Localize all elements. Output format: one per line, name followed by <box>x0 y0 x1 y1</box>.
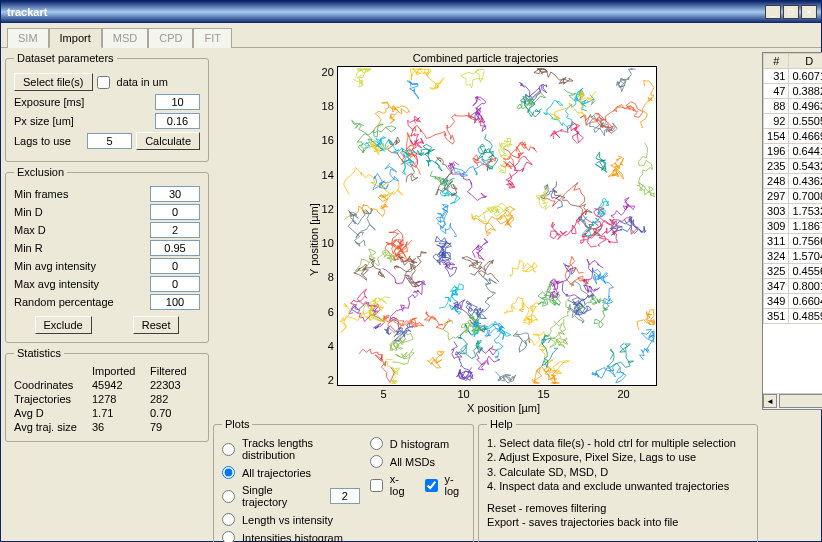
excl-input-1[interactable] <box>150 204 200 220</box>
help-line-5: Reset - removes filtering <box>487 501 749 515</box>
px-size-input[interactable] <box>155 113 200 129</box>
exclusion-legend: Exclusion <box>14 166 67 178</box>
radio-tracks[interactable] <box>222 443 235 456</box>
statistics: Statistics ImportedFilteredCoodrinates45… <box>5 347 209 442</box>
excl-input-5[interactable] <box>150 276 200 292</box>
excl-label-6: Random percentage <box>14 296 146 308</box>
table-row[interactable]: 3470.80010.988938 <box>764 279 822 294</box>
x-ticks: 5101520 <box>344 388 664 400</box>
statistics-legend: Statistics <box>14 347 64 359</box>
minimize-button[interactable]: _ <box>765 5 781 19</box>
plot-title: Combined particle trajectories <box>413 52 559 64</box>
ylog-checkbox[interactable] <box>425 479 438 492</box>
maximize-button[interactable]: □ <box>783 5 799 19</box>
radio-intens[interactable] <box>222 531 235 542</box>
label-ylog: y-log <box>445 473 466 497</box>
table-row[interactable]: 3110.75660.999940 <box>764 234 822 249</box>
trajectory-chart[interactable] <box>337 66 657 386</box>
help-legend: Help <box>487 418 516 430</box>
calculate-button[interactable]: Calculate <box>136 132 200 150</box>
titlebar: trackart _ □ × <box>1 1 821 23</box>
table-row[interactable]: 3510.48590.9981105 <box>764 309 822 324</box>
help-panel: Help 1. Select data file(s) - hold ctrl … <box>478 418 758 542</box>
scroll-left-icon[interactable]: ◄ <box>763 394 777 408</box>
x-axis-label: X position [µm] <box>344 402 664 414</box>
reset-button[interactable]: Reset <box>133 316 180 334</box>
radio-single[interactable] <box>222 490 235 503</box>
excl-input-6[interactable] <box>150 294 200 310</box>
data-in-um-checkbox[interactable] <box>97 76 110 89</box>
tab-sim[interactable]: SIM <box>7 28 49 48</box>
excl-label-4: Min avg intensity <box>14 260 146 272</box>
help-line-3: 3. Calculate SD, MSD, D <box>487 465 749 479</box>
excl-label-5: Max avg intensity <box>14 278 146 290</box>
lags-label: Lags to use <box>14 135 83 147</box>
table-row[interactable]: 310.60710.982841 <box>764 69 822 84</box>
horizontal-scrollbar[interactable]: ◄ ► <box>763 393 822 409</box>
help-line-4: 4. Inspect data and exclude unwanted tra… <box>487 479 749 493</box>
y-ticks: 2018161412108642 <box>322 66 337 386</box>
close-button[interactable]: × <box>801 5 817 19</box>
table-row[interactable]: 3250.45560.979990 <box>764 264 822 279</box>
table-row[interactable]: 2350.54320.999142 <box>764 159 822 174</box>
select-files-button[interactable]: Select file(s) <box>14 73 93 91</box>
excl-label-3: Min R <box>14 242 146 254</box>
excl-input-3[interactable] <box>150 240 200 256</box>
label-single: Single trajectory <box>242 484 319 508</box>
excl-input-0[interactable] <box>150 186 200 202</box>
radio-allmsd[interactable] <box>370 455 383 468</box>
label-xlog: x-log <box>390 473 411 497</box>
table-row[interactable]: 880.49630.997246 <box>764 99 822 114</box>
tab-fit[interactable]: FIT <box>193 28 232 48</box>
plots-legend: Plots <box>222 418 252 430</box>
label-intens: Intensities histogram <box>242 532 343 543</box>
plots-panel: Plots Tracks lengths distribution All tr… <box>213 418 474 542</box>
exclusion: Exclusion Min framesMin DMax DMin RMin a… <box>5 166 209 343</box>
scroll-thumb-h[interactable] <box>779 394 822 408</box>
exposure-label: Exposure [ms] <box>14 96 151 108</box>
data-table[interactable]: #DR^2Length 310.60710.982841470.38820.99… <box>763 53 822 324</box>
app-window: trackart _ □ × SIM Import MSD CPD FIT Da… <box>0 0 822 542</box>
single-traj-input[interactable] <box>330 488 360 504</box>
y-axis-label: Y position [µm] <box>308 66 320 414</box>
label-tracks: Tracks lengths distribution <box>242 437 360 461</box>
exposure-input[interactable] <box>155 94 200 110</box>
tab-cpd[interactable]: CPD <box>148 28 193 48</box>
label-all-traj: All trajectories <box>242 467 311 479</box>
table-row[interactable]: 470.38820.995789 <box>764 84 822 99</box>
xlog-checkbox[interactable] <box>370 479 383 492</box>
table-row[interactable]: 3490.66040.9985123 <box>764 294 822 309</box>
dataset-parameters: Dataset parameters Select file(s) data i… <box>5 52 209 162</box>
table-row[interactable]: 3241.57041.000080 <box>764 249 822 264</box>
radio-dhist[interactable] <box>370 437 383 450</box>
excl-label-0: Min frames <box>14 188 146 200</box>
help-line-2: 2. Adjust Exposure, Pixel Size, Lags to … <box>487 450 749 464</box>
tab-import[interactable]: Import <box>49 28 102 48</box>
excl-input-4[interactable] <box>150 258 200 274</box>
data-in-um-label: data in um <box>117 76 168 88</box>
table-row[interactable]: 920.55050.9990123 <box>764 114 822 129</box>
table-row[interactable]: 1540.46690.998161 <box>764 129 822 144</box>
help-line-1: 1. Select data file(s) - hold ctrl for m… <box>487 436 749 450</box>
table-row[interactable]: 2480.43620.950547 <box>764 174 822 189</box>
tab-bar: SIM Import MSD CPD FIT <box>1 23 821 48</box>
radio-all-traj[interactable] <box>222 466 235 479</box>
excl-input-2[interactable] <box>150 222 200 238</box>
table-row[interactable]: 1960.64410.995451 <box>764 144 822 159</box>
dataset-legend: Dataset parameters <box>14 52 117 64</box>
label-dhist: D histogram <box>390 438 449 450</box>
table-row[interactable]: 2970.70080.993447 <box>764 189 822 204</box>
exclude-button[interactable]: Exclude <box>35 316 92 334</box>
excl-label-1: Min D <box>14 206 146 218</box>
help-line-6: Export - saves trajectories back into fi… <box>487 515 749 529</box>
label-allmsd: All MSDs <box>390 456 435 468</box>
label-length: Length vs intensity <box>242 514 333 526</box>
table-row[interactable]: 3091.18670.995137 <box>764 219 822 234</box>
plot-area: Combined particle trajectories Y positio… <box>213 52 758 414</box>
radio-length[interactable] <box>222 513 235 526</box>
lags-input[interactable] <box>87 133 132 149</box>
data-table-wrap: #DR^2Length 310.60710.982841470.38820.99… <box>762 52 822 410</box>
tab-msd[interactable]: MSD <box>102 28 148 48</box>
px-size-label: Px size [um] <box>14 115 151 127</box>
table-row[interactable]: 3031.75320.974546 <box>764 204 822 219</box>
